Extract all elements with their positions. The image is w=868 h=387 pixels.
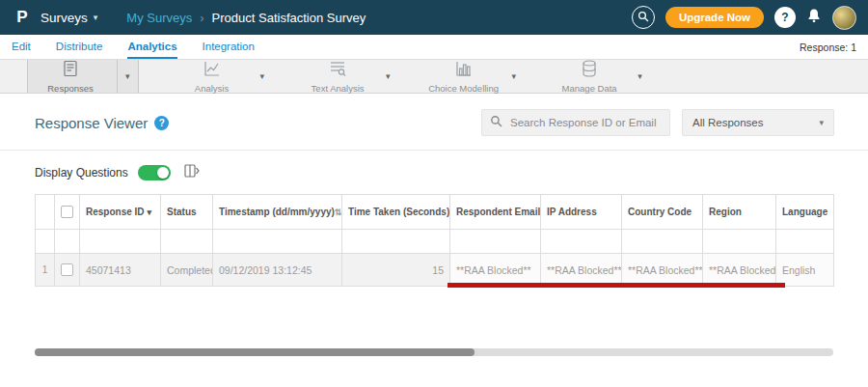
column-layout-icon [184, 164, 200, 181]
sort-desc-icon: ▾ [148, 207, 152, 217]
col-respondent-email[interactable]: Respondent Email [450, 195, 541, 230]
response-id-link[interactable]: 45071413 [80, 254, 161, 287]
upgrade-now-button[interactable]: Upgrade Now [665, 7, 764, 28]
responses-dropdown-caret-icon[interactable]: ▾ [117, 60, 138, 93]
text-analysis-dropdown-caret-icon[interactable]: ▾ [386, 71, 391, 81]
col-status-label: Status [167, 207, 197, 217]
scrollbar-thumb[interactable] [35, 348, 475, 356]
analysis-icon [203, 59, 222, 82]
ribbon-label-responses: Responses [47, 83, 94, 94]
search-icon [637, 9, 649, 26]
ip-address-cell: **RAA Blocked** [541, 254, 622, 287]
nav-item-analytics[interactable]: Analytics [127, 35, 176, 59]
chevron-down-icon: ▾ [819, 118, 824, 127]
row-checkbox-cell [55, 254, 80, 287]
search-icon [490, 114, 502, 131]
col-status[interactable]: Status [161, 195, 213, 230]
col-respondent-email-label: Respondent Email [456, 207, 540, 217]
breadcrumb-my-surveys[interactable]: My Surveys [126, 11, 192, 25]
timestamp-cell: 09/12/2019 13:12:45 [213, 254, 342, 287]
filter-input-time-taken[interactable] [348, 230, 444, 253]
analytics-ribbon: Responses ▾ Analysis ▾ Text Analysis ▾ [0, 59, 868, 94]
col-region-label: Region [709, 207, 742, 217]
select-all-header [55, 195, 80, 230]
user-avatar[interactable] [832, 6, 856, 30]
response-count: Response: 1 [800, 35, 856, 59]
section-divider [0, 150, 868, 151]
ribbon-item-choice-modelling[interactable]: Choice Modelling ▾ [421, 60, 517, 93]
surveys-menu-dropdown[interactable]: Surveys ▾ [41, 11, 97, 25]
analysis-dropdown-caret-icon[interactable]: ▾ [260, 71, 265, 81]
region-cell: **RAA Blocked** [703, 254, 776, 287]
language-cell: English [776, 254, 834, 287]
ribbon-label-choice-modelling: Choice Modelling [428, 83, 499, 94]
chevron-down-icon: ▾ [94, 13, 98, 22]
horizontal-scrollbar[interactable] [35, 348, 833, 356]
notifications-button[interactable] [806, 8, 822, 27]
col-ip-address-label: IP Address [547, 207, 597, 217]
column-view-button[interactable] [184, 164, 200, 181]
col-timestamp[interactable]: Timestamp (dd/mm/yyyy)⇅ [213, 195, 342, 230]
survey-nav: Edit Distribute Analytics Integration Re… [0, 35, 868, 59]
filter-input-respondent-email[interactable] [456, 230, 534, 253]
filter-input-response-id[interactable] [86, 230, 154, 253]
page-root: P Surveys ▾ My Surveys › Product Satisfa… [0, 0, 868, 387]
responses-table-wrap: Response ID▾ Status Timestamp (dd/mm/yyy… [35, 194, 833, 287]
filter-input-language[interactable] [782, 230, 827, 253]
nav-item-distribute[interactable]: Distribute [56, 35, 103, 59]
nav-item-edit[interactable]: Edit [12, 35, 31, 59]
red-annotation-underline [448, 283, 785, 288]
col-timestamp-label: Timestamp (dd/mm/yyyy) [219, 207, 335, 217]
ribbon-label-text-analysis: Text Analysis [312, 83, 365, 94]
top-header: P Surveys ▾ My Surveys › Product Satisfa… [0, 0, 868, 35]
responses-table: Response ID▾ Status Timestamp (dd/mm/yyy… [35, 194, 834, 287]
choice-modelling-dropdown-caret-icon[interactable]: ▾ [512, 71, 517, 81]
app-logo[interactable]: P [12, 7, 33, 28]
col-region[interactable]: Region [703, 195, 776, 230]
display-questions-toggle[interactable] [138, 165, 171, 180]
col-language-label: Language [782, 207, 827, 217]
col-time-taken-label: Time Taken (Seconds) [348, 207, 449, 217]
row-checkbox[interactable] [61, 263, 73, 276]
select-all-checkbox[interactable] [61, 206, 73, 218]
help-button[interactable]: ? [774, 7, 796, 28]
col-response-id[interactable]: Response ID▾ [80, 195, 161, 230]
all-responses-dropdown[interactable]: All Responses ▾ [682, 109, 834, 136]
title-help-icon[interactable]: ? [154, 116, 169, 130]
filter-cell-num [36, 230, 55, 254]
breadcrumb-separator-icon: › [200, 11, 203, 25]
table-row: 1 45071413 Completed 09/12/2019 13:12:45… [36, 254, 834, 287]
ribbon-item-text-analysis[interactable]: Text Analysis ▾ [295, 60, 391, 93]
text-analysis-icon [328, 59, 347, 82]
col-ip-address[interactable]: IP Address [541, 195, 622, 230]
ribbon-item-responses[interactable]: Responses ▾ [27, 60, 139, 93]
surveys-menu-label: Surveys [41, 11, 88, 25]
header-actions: Upgrade Now ? [632, 6, 856, 30]
manage-data-dropdown-caret-icon[interactable]: ▾ [637, 71, 642, 81]
col-language[interactable]: Language [776, 195, 834, 230]
ribbon-label-analysis: Analysis [195, 83, 229, 94]
status-cell: Completed [161, 254, 213, 287]
display-options-row: Display Questions [35, 163, 833, 182]
col-country-code-label: Country Code [628, 207, 692, 217]
display-questions-label: Display Questions [35, 166, 128, 180]
response-search-box [481, 109, 670, 136]
ribbon-item-analysis[interactable]: Analysis ▾ [170, 60, 265, 93]
filter-input-status[interactable] [167, 230, 206, 253]
response-search-input[interactable] [508, 116, 662, 129]
filter-input-timestamp[interactable] [219, 230, 336, 253]
filter-input-ip-address[interactable] [547, 230, 615, 253]
col-country-code[interactable]: Country Code [622, 195, 703, 230]
breadcrumb-current-survey: Product Satisfaction Survey [212, 11, 366, 25]
response-viewer-header: Response Viewer ? All Responses ▾ [35, 109, 834, 136]
table-filter-row [36, 230, 834, 254]
filter-input-country-code[interactable] [628, 230, 696, 253]
ribbon-item-manage-data[interactable]: Manage Data ▾ [547, 60, 642, 93]
col-response-id-label: Response ID [86, 207, 145, 217]
filter-input-region[interactable] [709, 230, 770, 253]
search-button[interactable] [632, 6, 655, 29]
nav-item-integration[interactable]: Integration [203, 35, 255, 59]
sort-icon: ⇅ [335, 207, 342, 217]
country-code-cell: **RAA Blocked** [622, 254, 703, 287]
col-time-taken[interactable]: Time Taken (Seconds)⇅ [342, 195, 450, 230]
